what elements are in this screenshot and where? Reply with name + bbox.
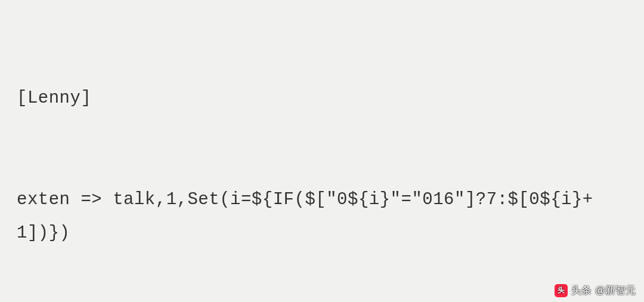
- code-line: [Lenny]: [17, 82, 627, 116]
- watermark-at: @新智元: [595, 283, 636, 297]
- code-block: [Lenny] exten => talk,1,Set(i=${IF($["0$…: [0, 0, 644, 302]
- watermark-prefix: 头条: [571, 283, 592, 297]
- code-line: exten => talk,1,Set(i=${IF($["0${i}"="01…: [17, 183, 627, 251]
- watermark: 头 头条 @新智元: [555, 283, 636, 297]
- toutiao-icon: 头: [555, 284, 568, 297]
